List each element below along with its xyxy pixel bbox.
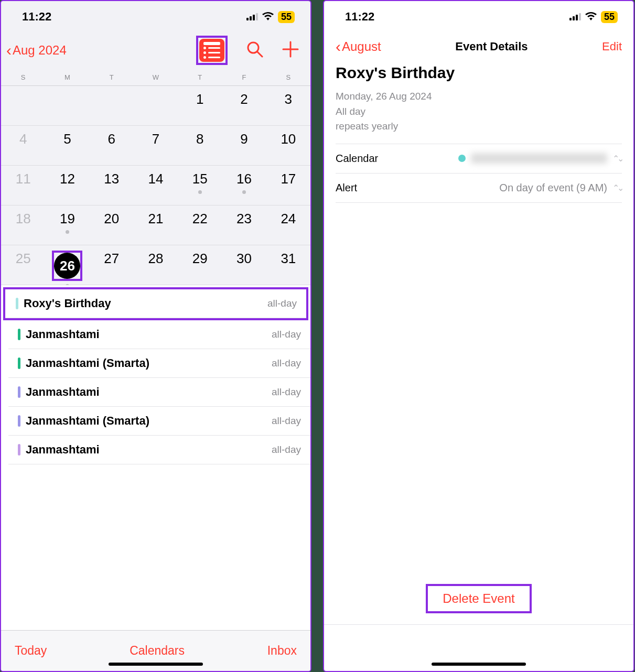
status-bar: 11:22 55 — [324, 1, 633, 32]
chevron-left-icon: ‹ — [336, 38, 341, 56]
calendar-day[interactable]: 21 — [134, 205, 178, 245]
status-time: 11:22 — [22, 10, 51, 24]
calendar-day[interactable]: 15 — [178, 166, 222, 205]
alert-row[interactable]: Alert On day of event (9 AM) ⌃⌄ — [336, 173, 622, 203]
calendar-color-dot — [458, 155, 466, 162]
event-detail-body: Roxy's Birthday Monday, 26 Aug 2024 All … — [324, 61, 633, 206]
day-number: 30 — [236, 251, 252, 267]
calendar-day[interactable]: 14 — [134, 166, 178, 205]
calendar-week: 11121314151617 — [1, 166, 310, 205]
event-title: Roxy's Birthday — [336, 64, 622, 82]
status-right: 55 — [569, 10, 618, 24]
page-title: Event Details — [455, 40, 528, 53]
calendar-day[interactable]: 7 — [134, 126, 178, 165]
calendar-day[interactable]: 27 — [90, 245, 134, 288]
back-button[interactable]: ‹ Aug 2024 — [6, 41, 67, 59]
event-row[interactable]: Janmashtami (Smarta)all-day — [8, 349, 310, 378]
home-indicator[interactable] — [109, 663, 203, 666]
delete-event-button[interactable]: Delete Event — [443, 591, 514, 605]
svg-rect-1 — [250, 16, 252, 20]
selected-day[interactable]: 26 — [54, 253, 80, 279]
calendar-day[interactable]: 22 — [178, 205, 222, 245]
day-number: 12 — [60, 171, 75, 187]
event-dot — [198, 190, 202, 194]
calendar-day[interactable]: 25 — [1, 245, 45, 288]
calendar-month-screen: 11:22 55 ‹ Aug 2024 — [0, 0, 311, 672]
calendar-day[interactable]: 26 — [45, 245, 89, 288]
alert-value: On day of event (9 AM) — [499, 182, 607, 194]
day-number: 20 — [104, 211, 119, 227]
calendar-day[interactable]: 30 — [222, 245, 266, 288]
alert-label: Alert — [336, 182, 357, 194]
event-row-title: Janmashtami — [26, 443, 100, 457]
event-dot — [242, 190, 246, 194]
event-color-bar — [18, 386, 20, 398]
svg-rect-8 — [569, 18, 572, 20]
back-button[interactable]: ‹ August — [336, 38, 381, 56]
calendar-day[interactable]: 10 — [266, 126, 310, 165]
calendar-day[interactable]: 19 — [45, 205, 89, 245]
weekday-label: T — [178, 73, 222, 81]
calendar-week: 45678910 — [1, 126, 310, 166]
event-date: Monday, 26 Aug 2024 — [336, 89, 622, 104]
day-number: 5 — [63, 131, 71, 147]
calendar-day[interactable]: 20 — [90, 205, 134, 245]
calendar-day[interactable]: 8 — [178, 126, 222, 165]
calendar-day[interactable]: 31 — [266, 245, 310, 288]
highlight-list-view — [196, 36, 228, 65]
calendar-day[interactable]: 5 — [45, 126, 89, 165]
calendar-row[interactable]: Calendar ⌃⌄ — [336, 144, 622, 173]
calendar-day[interactable]: 24 — [266, 205, 310, 245]
calendar-day[interactable]: 18 — [1, 205, 45, 245]
calendar-day[interactable]: 2 — [222, 86, 266, 125]
event-row-title: Janmashtami (Smarta) — [26, 356, 149, 370]
calendars-button[interactable]: Calendars — [130, 644, 185, 658]
day-number: 2 — [240, 91, 247, 107]
calendar-day[interactable]: 23 — [222, 205, 266, 245]
calendar-day[interactable]: 12 — [45, 166, 89, 205]
home-indicator[interactable] — [432, 663, 526, 666]
calendar-day[interactable]: 29 — [178, 245, 222, 288]
stepper-icon: ⌃⌄ — [612, 154, 622, 164]
calendar-day[interactable]: 9 — [222, 126, 266, 165]
svg-rect-3 — [256, 13, 258, 20]
event-row[interactable]: Janmashtamiall-day — [8, 320, 310, 349]
day-number: 3 — [285, 91, 292, 107]
calendar-day[interactable]: 3 — [266, 86, 310, 125]
day-number: 28 — [148, 251, 164, 267]
calendar-day[interactable]: 11 — [1, 166, 45, 205]
event-row-title: Janmashtami (Smarta) — [26, 414, 149, 428]
calendar-day[interactable]: 17 — [266, 166, 310, 205]
highlight-event-row: Roxy's Birthdayall-day — [3, 287, 308, 320]
cellular-icon — [569, 10, 581, 24]
calendar-label: Calendar — [336, 153, 378, 165]
svg-rect-11 — [579, 13, 581, 20]
calendar-day — [45, 86, 89, 125]
today-button[interactable]: Today — [15, 644, 47, 658]
events-list: Roxy's Birthdayall-dayJanmashtamiall-day… — [1, 285, 310, 630]
calendar-day[interactable]: 6 — [90, 126, 134, 165]
day-number: 25 — [16, 251, 31, 267]
event-color-bar — [18, 357, 20, 369]
event-row-title: Janmashtami — [26, 328, 100, 341]
calendar-day[interactable]: 16 — [222, 166, 266, 205]
calendar-day[interactable]: 13 — [90, 166, 134, 205]
event-row[interactable]: Janmashtamiall-day — [8, 378, 310, 407]
day-number: 24 — [281, 211, 296, 227]
calendar-day[interactable]: 4 — [1, 126, 45, 165]
add-event-button[interactable] — [282, 41, 299, 60]
edit-button[interactable]: Edit — [602, 40, 622, 53]
list-view-button[interactable] — [199, 39, 224, 62]
delete-row: Delete Event — [324, 584, 633, 613]
day-number: 15 — [192, 171, 208, 187]
calendar-day[interactable]: 1 — [178, 86, 222, 125]
event-row[interactable]: Janmashtami (Smarta)all-day — [8, 407, 310, 436]
inbox-button[interactable]: Inbox — [267, 644, 297, 658]
calendar-day — [1, 86, 45, 125]
event-row[interactable]: Roxy's Birthdayall-day — [5, 289, 306, 318]
day-number: 14 — [148, 171, 164, 187]
calendar-week: 25262728293031 — [1, 245, 310, 285]
calendar-day[interactable]: 28 — [134, 245, 178, 288]
event-row[interactable]: Janmashtamiall-day — [8, 436, 310, 464]
search-button[interactable] — [246, 41, 263, 60]
